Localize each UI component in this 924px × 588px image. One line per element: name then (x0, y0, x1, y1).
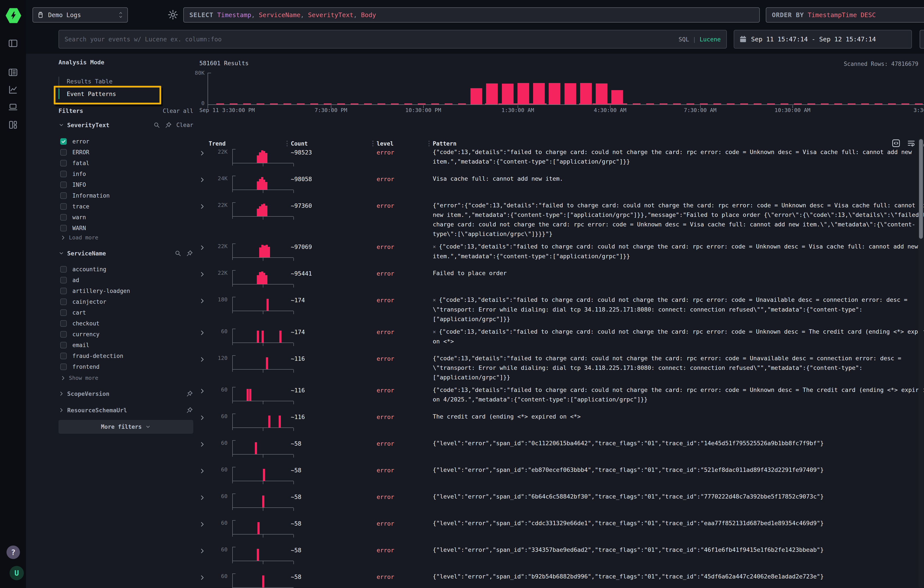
pattern-row[interactable]: 24K~98058errorVisa cache full: cannot ad… (197, 171, 924, 198)
expand-row-icon[interactable] (197, 243, 208, 251)
service-option-cainjector[interactable]: cainjector (60, 296, 192, 307)
checkbox[interactable] (60, 171, 67, 177)
sidebar-toggle-icon[interactable] (8, 38, 18, 49)
histogram-bar[interactable] (486, 83, 498, 104)
expand-row-icon[interactable] (197, 175, 208, 183)
pattern-row[interactable]: 60~116errorThe credit card (ending <*> e… (197, 409, 924, 435)
checkbox[interactable] (60, 310, 67, 316)
scrollbar[interactable] (918, 138, 924, 588)
dismiss-icon[interactable]: × (433, 297, 436, 303)
pattern-row[interactable]: 22K~97069error×{"code":13,"details":"fai… (197, 239, 924, 265)
dismiss-icon[interactable]: × (433, 329, 436, 335)
service-filter-header[interactable]: ServiceName (58, 250, 193, 257)
search-icon[interactable] (174, 250, 182, 257)
dashboards-nav-icon[interactable] (8, 120, 18, 130)
expand-row-icon[interactable] (197, 492, 208, 501)
search-icon[interactable] (153, 121, 160, 129)
expand-row-icon[interactable] (197, 519, 208, 527)
checkbox[interactable] (60, 288, 67, 294)
checkbox[interactable] (60, 149, 67, 156)
service-option-currency[interactable]: currency (60, 329, 192, 340)
expand-row-icon[interactable] (197, 296, 208, 304)
severity-option-trace[interactable]: trace (60, 201, 192, 212)
clear-all-link[interactable]: Clear all (163, 108, 193, 114)
pattern-row[interactable]: 180~174error×{"code":13,"details":"faile… (197, 292, 924, 324)
checkbox[interactable] (60, 331, 67, 338)
severity-clear-link[interactable]: Clear (177, 122, 193, 128)
histogram-bar[interactable] (518, 83, 529, 104)
results-histogram[interactable] (208, 73, 924, 104)
pattern-row[interactable]: 60~58error{"level":"error","span_id":"cd… (197, 516, 924, 542)
sql-toggle[interactable]: SQL (678, 36, 689, 43)
expand-row-icon[interactable] (197, 269, 208, 278)
service-option-accounting[interactable]: accounting (60, 264, 192, 275)
pattern-row[interactable]: 60~174error×{"code":13,"details":"failed… (197, 324, 924, 351)
pattern-row[interactable]: 60~116error{"code":13,"details":"failed … (197, 382, 924, 409)
histogram-bar[interactable] (549, 83, 560, 104)
chart-nav-icon[interactable] (8, 84, 18, 95)
checkbox[interactable] (60, 298, 67, 305)
select-query-input[interactable]: SELECT Timestamp, ServiceName, SeverityT… (183, 7, 760, 23)
histogram-bar[interactable] (564, 83, 576, 104)
checkbox[interactable] (60, 225, 67, 231)
severity-filter-header[interactable]: SeverityText Clear (58, 121, 193, 129)
pin-icon[interactable] (186, 250, 193, 257)
order-by-input[interactable]: ORDER BY TimestampTime DESC (766, 7, 924, 23)
expand-row-icon[interactable] (197, 354, 208, 363)
checkbox[interactable] (60, 181, 67, 188)
expand-row-icon[interactable] (197, 201, 208, 210)
pin-icon[interactable] (186, 407, 193, 414)
checkbox[interactable] (60, 160, 67, 166)
checkbox[interactable] (60, 364, 67, 370)
checkbox[interactable] (60, 266, 67, 273)
checkbox[interactable] (60, 342, 67, 348)
expand-row-icon[interactable] (197, 386, 208, 394)
sessions-nav-icon[interactable] (8, 102, 18, 112)
language-toggle[interactable]: SQL | Lucene (678, 36, 721, 43)
resource-schema-url-group[interactable]: ResourceSchemaUrl (58, 407, 193, 414)
scope-version-group[interactable]: ScopeVersion (58, 390, 193, 397)
checkbox[interactable] (60, 193, 67, 199)
expand-row-icon[interactable] (197, 546, 208, 554)
source-select[interactable]: Demo Logs (33, 7, 128, 23)
pattern-row[interactable]: 60~58error{"level":"error","span_id":"b9… (197, 569, 924, 588)
pattern-row[interactable]: 60~58error{"level":"error","span_id":"0c… (197, 435, 924, 462)
user-avatar[interactable]: U (10, 566, 24, 580)
pattern-row[interactable]: 22K~98523error{"code":13,"details":"fail… (197, 144, 924, 171)
show-more-link[interactable]: Show more (60, 375, 98, 381)
pattern-row[interactable]: 60~58error{"level":"error","span_id":"eb… (197, 462, 924, 489)
histogram-bar[interactable] (611, 90, 623, 104)
service-option-ad[interactable]: ad (60, 275, 192, 285)
severity-option-info[interactable]: info (60, 168, 192, 180)
service-option-frontend[interactable]: frontend (60, 361, 192, 372)
source-settings-button[interactable] (167, 9, 178, 20)
pattern-row[interactable]: 60~58error{"level":"error","span_id":"6b… (197, 489, 924, 516)
histogram-bar[interactable] (533, 83, 545, 104)
date-range-picker[interactable]: Sep 11 15:47:14 - Sep 12 15:47:14 (734, 30, 912, 49)
severity-option-error[interactable]: error (60, 136, 192, 147)
expand-row-icon[interactable] (197, 328, 208, 336)
checkbox[interactable] (60, 214, 67, 221)
checkbox-checked[interactable] (60, 138, 67, 145)
checkbox[interactable] (60, 320, 67, 327)
histogram-bar[interactable] (596, 83, 607, 104)
expand-row-icon[interactable] (197, 413, 208, 421)
logs-nav-icon[interactable] (8, 67, 18, 77)
pin-icon[interactable] (186, 390, 193, 397)
help-button[interactable]: ? (7, 545, 20, 559)
pattern-row[interactable]: 22K~97360error{"error":{"code":13,"detai… (197, 198, 924, 239)
run-query-button[interactable] (920, 30, 924, 49)
dismiss-icon[interactable]: × (433, 244, 436, 250)
histogram-bar[interactable] (580, 83, 592, 104)
histogram-bar[interactable] (502, 84, 513, 104)
app-logo-icon[interactable] (6, 8, 21, 23)
histogram-bar[interactable] (470, 88, 482, 104)
severity-option-warn[interactable]: warn (60, 212, 192, 223)
checkbox[interactable] (60, 203, 67, 210)
pattern-row[interactable]: 60~58error{"level":"error","span_id":"33… (197, 542, 924, 569)
checkbox[interactable] (60, 277, 67, 283)
expand-row-icon[interactable] (197, 573, 208, 581)
pin-icon[interactable] (165, 121, 172, 129)
checkbox[interactable] (60, 353, 67, 359)
severity-option-ERROR[interactable]: ERROR (60, 147, 192, 158)
